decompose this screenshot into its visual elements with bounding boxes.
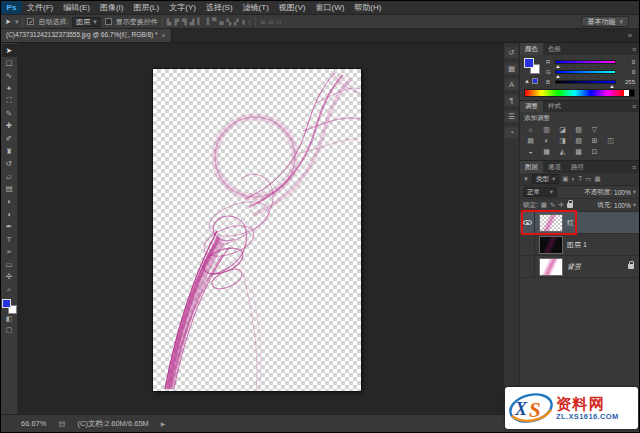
close-icon[interactable]: × [162, 32, 166, 39]
menu-item[interactable]: 图层(L) [128, 1, 164, 14]
blue-slider[interactable] [555, 80, 616, 84]
align-icon[interactable]: ▮ [242, 18, 245, 25]
adjustment-icon[interactable]: ⊞ [588, 136, 601, 145]
align-icon[interactable]: ▄ [219, 18, 223, 25]
adjustment-icon[interactable]: ▥ [540, 125, 553, 134]
layer-name[interactable]: 背景 [567, 262, 628, 272]
layer-row-layer1[interactable]: 图层 1 [520, 234, 639, 256]
foreground-color-chip[interactable] [524, 58, 534, 68]
menu-item[interactable]: 文件(F) [22, 1, 58, 14]
adjustment-icon[interactable]: ◪ [556, 125, 569, 134]
foreground-color-swatch[interactable] [2, 299, 11, 308]
layer-thumbnail[interactable] [539, 214, 563, 232]
filter-kind-dropdown[interactable]: 类型 ▾ [532, 174, 559, 184]
adjustment-icon[interactable]: ◭ [556, 147, 569, 156]
red-slider[interactable] [555, 60, 616, 64]
zoom-level-field[interactable]: 66.67% [21, 419, 46, 428]
history-panel-icon[interactable]: ↺ [505, 47, 518, 58]
filter-type-icon[interactable]: ▣ [562, 175, 568, 183]
gamut-color-chip[interactable] [532, 78, 538, 84]
history-brush-tool[interactable]: ↺ [2, 157, 17, 170]
adjustment-icon[interactable]: ▧ [572, 125, 585, 134]
lock-all-icon[interactable] [567, 203, 573, 208]
move-tool[interactable]: ➤ [2, 44, 17, 57]
gradient-tool[interactable]: ▤ [2, 183, 17, 196]
show-transform-checkbox[interactable] [105, 18, 112, 25]
pen-tool[interactable]: ✒ [2, 220, 17, 233]
quick-mask-button[interactable]: ◧ [2, 314, 17, 325]
tab-paths[interactable]: 路径 [566, 161, 589, 173]
slider-knob[interactable] [556, 75, 560, 78]
adjustment-icon[interactable]: ⊡ [588, 147, 601, 156]
menu-item[interactable]: 视图(V) [274, 1, 311, 14]
distribute-icon[interactable]: ⊡ [276, 18, 281, 25]
layer-name[interactable]: 红 [567, 218, 639, 228]
menu-item[interactable]: 选择(S) [201, 1, 238, 14]
properties-panel-icon[interactable]: ☰ [505, 111, 518, 122]
lock-option-icon[interactable]: ✎ [550, 201, 555, 209]
tab-channels[interactable]: 通道 [543, 161, 566, 173]
filter-type-icon[interactable]: ▭ [585, 175, 591, 183]
align-icon[interactable]: ▌ [197, 18, 201, 25]
collapse-panels-icon[interactable]: « [621, 29, 639, 42]
lock-option-icon[interactable]: ▦ [541, 201, 547, 209]
status-options-arrow[interactable]: ▶ [161, 420, 166, 427]
align-icon[interactable]: ▜ [182, 18, 187, 25]
filter-type-icon[interactable]: ◐ [571, 175, 575, 183]
adjustment-icon[interactable]: ▨ [572, 136, 585, 145]
opacity-control[interactable]: 不透明度: 100% ▾ [584, 188, 636, 197]
marquee-tool[interactable]: ▢ [2, 57, 17, 70]
character-panel-icon[interactable]: A [505, 79, 518, 90]
red-value[interactable]: 0 [619, 59, 635, 65]
slider-knob[interactable] [556, 65, 560, 68]
healing-brush-tool[interactable]: ✚ [2, 120, 17, 133]
distribute-icon[interactable]: ⊟ [268, 18, 273, 25]
opacity-value[interactable]: 100% [614, 189, 631, 196]
tab-layers[interactable]: 图层 [520, 161, 543, 173]
adjustment-icon[interactable]: ▤ [524, 136, 537, 145]
filter-type-icon[interactable]: T [578, 175, 582, 183]
align-icon[interactable]: ▙ [167, 18, 172, 25]
fill-control[interactable]: 填充: 100% ▾ [597, 201, 636, 210]
menu-item[interactable]: 滤镜(T) [238, 1, 274, 14]
align-icon[interactable]: ▐ [205, 18, 209, 25]
swatches-panel-icon[interactable]: ▦ [505, 63, 518, 74]
auto-select-checkbox[interactable]: ✓ [27, 18, 34, 25]
crop-tool[interactable]: ⛶ [2, 94, 17, 107]
menu-item[interactable]: 窗口(W) [310, 1, 349, 14]
blue-value[interactable]: 255 [619, 79, 635, 85]
panel-menu-icon[interactable]: ≡ [629, 43, 639, 55]
adjustment-icon[interactable]: ◨ [556, 136, 569, 145]
align-icon[interactable]: ▞ [234, 18, 239, 25]
hand-tool[interactable]: ✣ [2, 271, 17, 284]
eraser-tool[interactable]: ▱ [2, 170, 17, 183]
path-selection-tool[interactable]: ➢ [2, 246, 17, 259]
slider-knob[interactable] [610, 85, 614, 88]
fill-value[interactable]: 100% [614, 202, 631, 209]
tool-preset-caret-icon[interactable]: ▾ [15, 18, 19, 26]
spectrum-gradient[interactable] [525, 90, 624, 96]
brush-tool[interactable]: ✐ [2, 132, 17, 145]
lasso-tool[interactable]: ∿ [2, 69, 17, 82]
menu-item[interactable]: 文字(Y) [164, 1, 201, 14]
adjustment-icon[interactable]: ◫ [604, 136, 617, 145]
align-icon[interactable]: ▚ [226, 18, 231, 25]
adjustment-icon[interactable]: ☼ [524, 125, 537, 134]
layer-row-background[interactable]: 背景 [520, 256, 639, 278]
clone-stamp-tool[interactable]: ♜ [2, 145, 17, 158]
layer-thumbnail[interactable] [539, 236, 563, 254]
visibility-cell[interactable] [520, 212, 535, 233]
spectrum-black-chip[interactable] [629, 90, 634, 96]
align-icon[interactable]: ▛ [174, 18, 179, 25]
workspace-switcher[interactable]: 基本功能 ▾ [581, 16, 629, 27]
document-tab[interactable]: (C)473731242132373555.jpg @ 66.7%(红, RGB… [1, 29, 172, 42]
menu-item[interactable]: 帮助(H) [349, 1, 386, 14]
quick-selection-tool[interactable]: ✦ [2, 82, 17, 95]
blur-tool[interactable]: ◗ [2, 195, 17, 208]
lock-option-icon[interactable]: ✛ [558, 201, 563, 209]
info-panel-icon[interactable]: ◔ [505, 127, 518, 138]
menu-item[interactable]: 图像(I) [95, 1, 129, 14]
visibility-cell[interactable] [520, 234, 535, 255]
adjustment-icon[interactable]: ▦ [540, 147, 553, 156]
eyedropper-tool[interactable]: ✎ [2, 107, 17, 120]
